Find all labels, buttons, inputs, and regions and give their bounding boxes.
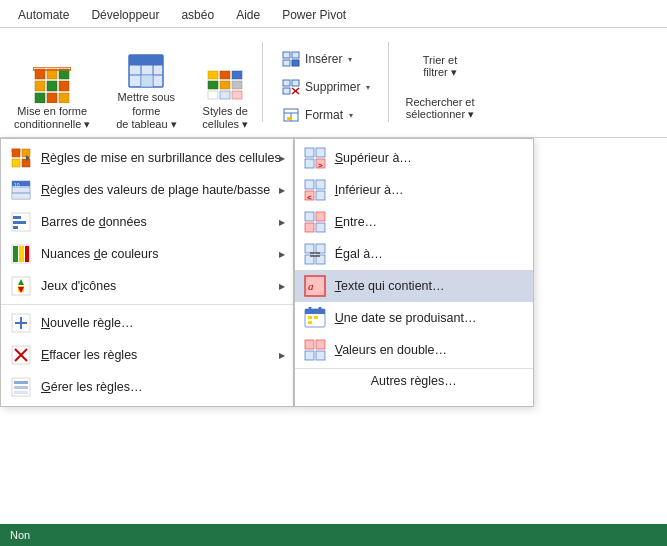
menu-item-inferieur[interactable]: < Inférieur à… (295, 174, 533, 206)
format-dropdown-arrow: ▾ (349, 111, 353, 120)
ribbon-divider-1 (262, 42, 263, 122)
menu-item-texte-contient[interactable]: a Texte qui contient… (295, 270, 533, 302)
menu-item-jeux-icones[interactable]: Jeux d'icônes (1, 270, 293, 302)
egal-icon (303, 243, 327, 265)
gerer-regles-icon (9, 376, 33, 398)
nuances-couleurs-icon (9, 243, 33, 265)
mettre-sous-forme-icon (126, 51, 166, 91)
svg-rect-86 (316, 223, 325, 232)
menu-item-regles-highlight[interactable]: Règles de mise en surbrillance des cellu… (1, 142, 293, 174)
format-icon (281, 105, 301, 125)
btn-rechercher[interactable]: Rechercher etsélectionner ▾ (401, 96, 478, 121)
btn-format[interactable]: Format ▾ (275, 103, 376, 127)
svg-text:<: < (307, 193, 312, 201)
superieur-icon: > (303, 147, 327, 169)
inserer-icon (281, 49, 301, 69)
btn-trier[interactable]: Trier etfiltrer ▾ (401, 54, 478, 79)
tab-developpeur[interactable]: Développeur (81, 4, 169, 26)
btn-supprimer[interactable]: Supprimer ▾ (275, 75, 376, 99)
svg-rect-103 (305, 340, 314, 349)
mettre-sous-forme-label: Mettre sous formede tableau ▾ (106, 91, 186, 131)
btn-supprimer-label: Supprimer (305, 80, 360, 94)
svg-rect-56 (13, 246, 18, 262)
svg-rect-21 (220, 81, 230, 89)
svg-rect-22 (232, 81, 242, 89)
svg-rect-57 (19, 246, 24, 262)
nouvelle-regle-icon (9, 312, 33, 334)
menu-primary: Règles de mise en surbrillance des cellu… (0, 138, 294, 407)
mise-en-forme-icon (32, 65, 72, 105)
svg-rect-30 (283, 80, 290, 86)
svg-rect-38 (287, 117, 291, 120)
svg-rect-104 (316, 340, 325, 349)
tab-automate[interactable]: Automate (8, 4, 79, 26)
svg-rect-106 (316, 351, 325, 360)
btn-styles-cellules[interactable]: Styles decellules ▾ (196, 43, 254, 131)
menu-item-effacer-regles[interactable]: Effacer les règles (1, 339, 293, 371)
tab-power-pivot[interactable]: Power Pivot (272, 4, 356, 26)
valeurs-double-text: Valeurs en double… (335, 343, 521, 357)
tab-aide[interactable]: Aide (226, 4, 270, 26)
svg-rect-16 (141, 75, 153, 87)
svg-rect-97 (305, 309, 325, 314)
menu-item-entre[interactable]: Entre… (295, 206, 533, 238)
svg-rect-83 (305, 212, 314, 221)
inferieur-icon: < (303, 179, 327, 201)
menu-item-egal[interactable]: Égal à… (295, 238, 533, 270)
svg-rect-24 (220, 91, 230, 99)
ribbon: Mise en formeconditionnelle ▾ Mettre sou… (0, 28, 667, 138)
svg-rect-101 (314, 316, 318, 319)
svg-rect-58 (25, 246, 29, 262)
une-date-text: Une date se produisant… (335, 311, 521, 325)
entre-text: Entre… (335, 215, 521, 229)
svg-rect-32 (283, 88, 290, 94)
svg-rect-19 (232, 71, 242, 79)
autres-regles-text: Autres règles… (371, 374, 457, 388)
status-bar: Non (0, 524, 667, 546)
inferieur-text: Inférieur à… (335, 183, 521, 197)
svg-rect-84 (316, 212, 325, 221)
superieur-text: Supérieur à… (335, 151, 521, 165)
btn-mettre-sous-forme[interactable]: Mettre sous formede tableau ▾ (100, 43, 192, 131)
menu-item-regles-plage[interactable]: 10 Règles des valeurs de plage haute/bas… (1, 174, 293, 206)
rechercher-label: Rechercher etsélectionner ▾ (405, 96, 474, 121)
barres-donnees-icon (9, 211, 33, 233)
menu-item-gerer-regles[interactable]: Gérer les règles… (1, 371, 293, 403)
btn-inserer[interactable]: Insérer ▾ (275, 47, 376, 71)
menu-item-nouvelle-regle[interactable]: Nouvelle règle… (1, 304, 293, 339)
entre-icon (303, 211, 327, 233)
svg-rect-28 (283, 60, 290, 66)
effacer-regles-text: Effacer les règles (41, 348, 281, 362)
svg-rect-7 (47, 93, 57, 103)
svg-rect-105 (305, 351, 314, 360)
valeurs-double-icon (303, 339, 327, 361)
svg-rect-102 (308, 321, 312, 324)
styles-cellules-label: Styles decellules ▾ (202, 105, 248, 131)
menu-item-superieur[interactable]: > Supérieur à… (295, 142, 533, 174)
menu-item-nuances-couleurs[interactable]: Nuances de couleurs (1, 238, 293, 270)
regles-plage-text: Règles des valeurs de plage haute/basse (41, 183, 281, 197)
svg-rect-23 (208, 91, 218, 99)
svg-rect-41 (12, 159, 20, 167)
svg-rect-78 (305, 180, 314, 189)
svg-rect-3 (35, 81, 45, 91)
svg-text:a: a (308, 280, 314, 292)
barres-donnees-text: Barres de données (41, 215, 281, 229)
nuances-couleurs-text: Nuances de couleurs (41, 247, 281, 261)
menu-secondary: > Supérieur à… < Inférieur à… (294, 138, 534, 407)
menu-item-barres-donnees[interactable]: Barres de données (1, 206, 293, 238)
menu-item-valeurs-double[interactable]: Valeurs en double… (295, 334, 533, 366)
tab-bar: Automate Développeur asbéo Aide Power Pi… (0, 0, 667, 28)
menu-item-autres-regles[interactable]: Autres règles… (295, 368, 533, 393)
btn-mise-en-forme-conditionnelle[interactable]: Mise en formeconditionnelle ▾ (8, 43, 96, 131)
svg-rect-27 (292, 52, 299, 58)
svg-rect-74 (316, 148, 325, 157)
tab-asbeo[interactable]: asbéo (171, 4, 224, 26)
regles-highlight-text: Règles de mise en surbrillance des cellu… (41, 151, 281, 165)
menu-item-une-date[interactable]: Une date se produisant… (295, 302, 533, 334)
effacer-regles-icon (9, 344, 33, 366)
svg-rect-8 (59, 93, 69, 103)
svg-rect-31 (292, 80, 299, 86)
svg-rect-18 (220, 71, 230, 79)
svg-rect-52 (13, 216, 21, 219)
